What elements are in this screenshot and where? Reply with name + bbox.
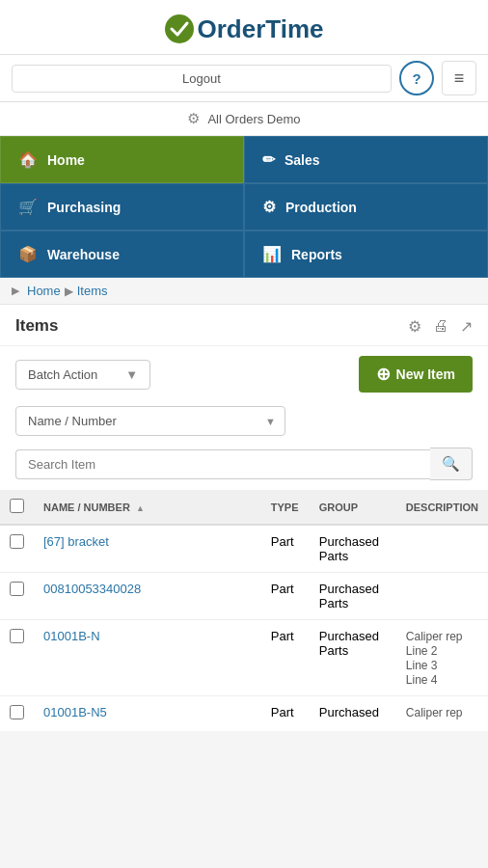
sort-asc-icon: ▲ (136, 503, 145, 513)
export-action-icon[interactable]: ↗ (460, 317, 473, 336)
demo-label: All Orders Demo (207, 112, 300, 126)
row-group: Purchased (310, 696, 396, 732)
demo-banner: ⚙ All Orders Demo (0, 102, 488, 136)
row-description: Caliper rep (396, 696, 488, 732)
breadcrumb-home[interactable]: Home (27, 284, 61, 298)
filter-bar: Name / Number SKU Category Type (0, 402, 488, 444)
row-checkbox-cell (0, 573, 34, 620)
items-header: Items ⚙ 🖨 ↗ (0, 305, 488, 346)
row-name: 01001B-N (34, 620, 261, 696)
home-icon: 🏠 (18, 150, 38, 169)
chevron-down-icon: ▼ (125, 367, 138, 382)
item-link[interactable]: [67] bracket (43, 534, 109, 549)
nav-item-purchasing[interactable]: 🛒 Purchasing (0, 183, 244, 231)
item-link[interactable]: 00810053340028 (43, 582, 141, 596)
row-checkbox[interactable] (10, 705, 24, 719)
col-header-group[interactable]: GROUP (310, 490, 396, 525)
row-group: Purchased Parts (310, 620, 396, 696)
item-link[interactable]: 01001B-N5 (43, 705, 107, 719)
search-input[interactable] (15, 449, 430, 479)
logo: OrderTime (0, 14, 488, 44)
table-row: 01001B-N5 Part Purchased Caliper rep (0, 696, 488, 732)
new-item-label: New Item (396, 366, 455, 382)
nav-label-home: Home (47, 152, 85, 168)
new-item-button[interactable]: ⊕ New Item (359, 356, 473, 393)
svg-point-0 (165, 14, 194, 43)
table-row: [67] bracket Part Purchased Parts (0, 525, 488, 573)
row-checkbox[interactable] (10, 629, 24, 643)
toolbar: Batch Action ▼ ⊕ New Item (0, 346, 488, 402)
table-row: 00810053340028 Part Purchased Parts (0, 573, 488, 620)
row-description (396, 573, 488, 620)
items-table: NAME / NUMBER ▲ TYPE GROUP DESCRIPTION (0, 490, 488, 731)
row-group: Purchased Parts (310, 525, 396, 573)
plus-icon: ⊕ (376, 364, 391, 385)
search-icon: 🔍 (442, 455, 460, 472)
filter-select[interactable]: Name / Number SKU Category Type (15, 406, 285, 436)
items-actions: ⚙ 🖨 ↗ (408, 317, 473, 336)
reports-icon: 📊 (262, 245, 282, 263)
breadcrumb-back-arrow[interactable]: ▶ (12, 285, 19, 297)
batch-action-label: Batch Action (28, 367, 97, 382)
table-header-row: NAME / NUMBER ▲ TYPE GROUP DESCRIPTION (0, 490, 488, 525)
main-nav: 🏠 Home ✏ Sales 🛒 Purchasing ⚙ Production… (0, 136, 488, 278)
row-description (396, 525, 488, 573)
item-link[interactable]: 01001B-N (43, 629, 100, 643)
row-checkbox[interactable] (10, 582, 24, 596)
col-header-type[interactable]: TYPE (261, 490, 310, 525)
logo-text: OrderTime (197, 14, 323, 44)
nav-label-production: Production (285, 200, 357, 215)
row-type: Part (261, 525, 310, 573)
search-bar: 🔍 (0, 444, 488, 490)
batch-action-dropdown[interactable]: Batch Action ▼ (15, 360, 150, 390)
row-checkbox[interactable] (10, 534, 24, 549)
col-header-name[interactable]: NAME / NUMBER ▲ (34, 490, 261, 525)
row-type: Part (261, 573, 310, 620)
row-checkbox-cell (0, 525, 34, 573)
nav-item-home[interactable]: 🏠 Home (0, 136, 244, 183)
settings-action-icon[interactable]: ⚙ (408, 317, 421, 336)
row-group: Purchased Parts (310, 573, 396, 620)
breadcrumb-area: ▶ Home ▶ Items (0, 278, 488, 305)
nav-label-sales: Sales (285, 152, 320, 168)
top-bar: Logout ? ≡ (0, 55, 488, 102)
print-action-icon[interactable]: 🖨 (433, 317, 448, 335)
nav-label-reports: Reports (291, 247, 342, 262)
header-checkbox-cell (0, 490, 34, 525)
row-type: Part (261, 620, 310, 696)
breadcrumb-separator: ▶ (65, 285, 73, 298)
col-header-description[interactable]: DESCRIPTION (396, 490, 488, 525)
page-title: Items (15, 316, 58, 336)
select-all-checkbox[interactable] (10, 499, 24, 513)
row-name: [67] bracket (34, 525, 261, 573)
filter-select-wrapper: Name / Number SKU Category Type (15, 406, 285, 436)
nav-label-purchasing: Purchasing (47, 200, 121, 215)
production-icon: ⚙ (262, 198, 276, 216)
nav-item-reports[interactable]: 📊 Reports (244, 231, 488, 278)
row-name: 01001B-N5 (34, 696, 261, 732)
help-button[interactable]: ? (399, 61, 434, 95)
nav-item-production[interactable]: ⚙ Production (244, 183, 488, 231)
sales-icon: ✏ (262, 150, 275, 169)
header: OrderTime (0, 0, 488, 55)
purchasing-icon: 🛒 (18, 198, 38, 216)
row-type: Part (261, 696, 310, 732)
settings-icon: ⚙ (187, 110, 200, 127)
nav-item-sales[interactable]: ✏ Sales (244, 136, 488, 183)
row-checkbox-cell (0, 620, 34, 696)
warehouse-icon: 📦 (18, 245, 38, 263)
row-name: 00810053340028 (34, 573, 261, 620)
search-button[interactable]: 🔍 (430, 448, 473, 480)
breadcrumb-current: Items (77, 284, 108, 298)
logout-button[interactable]: Logout (12, 65, 392, 93)
menu-button[interactable]: ≡ (442, 61, 476, 95)
content-area: Items ⚙ 🖨 ↗ Batch Action ▼ ⊕ New Item Na… (0, 305, 488, 731)
row-description: Caliper repLine 2Line 3Line 4 (396, 620, 488, 696)
logo-icon (164, 14, 195, 44)
row-checkbox-cell (0, 696, 34, 732)
nav-label-warehouse: Warehouse (47, 247, 120, 262)
nav-item-warehouse[interactable]: 📦 Warehouse (0, 231, 244, 278)
table-row: 01001B-N Part Purchased Parts Caliper re… (0, 620, 488, 696)
